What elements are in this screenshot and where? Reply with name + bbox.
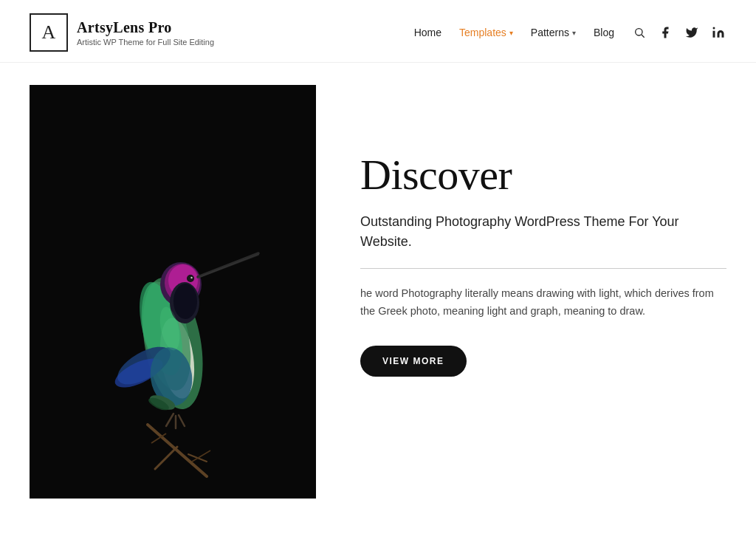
svg-point-26 (173, 284, 197, 319)
nav-home[interactable]: Home (414, 27, 441, 38)
logo-icon: A (30, 13, 68, 52)
svg-point-0 (636, 29, 642, 35)
search-icon (633, 27, 645, 38)
main-nav: Home Templates ▾ Patterns ▾ Blog (414, 24, 726, 41)
hero-divider (360, 268, 726, 269)
hero-image-bg (30, 85, 316, 499)
site-title: ArtsyLens Pro (77, 19, 214, 36)
social-icons (632, 24, 726, 41)
view-more-button[interactable]: VIEW MORE (360, 346, 467, 377)
svg-point-3 (713, 27, 715, 30)
nav-templates[interactable]: Templates ▾ (459, 27, 513, 38)
logo-text: ArtsyLens Pro Artistic WP Theme for Full… (77, 19, 214, 47)
svg-rect-2 (713, 31, 715, 38)
hummingbird-svg (30, 85, 316, 499)
hero-content: Discover Outstanding Photography WordPre… (360, 85, 726, 377)
svg-line-1 (642, 35, 645, 38)
hero-description: he word Photography literally means draw… (360, 285, 726, 321)
templates-arrow-icon: ▾ (509, 29, 513, 37)
patterns-arrow-icon: ▾ (572, 29, 576, 37)
logo-area: A ArtsyLens Pro Artistic WP Theme for Fu… (30, 13, 214, 52)
facebook-button[interactable] (657, 24, 673, 41)
twitter-button[interactable] (684, 24, 700, 41)
search-button[interactable] (632, 25, 647, 40)
site-subtitle: Artistic WP Theme for Full Site Editing (77, 38, 214, 47)
twitter-icon (685, 26, 698, 39)
site-header: A ArtsyLens Pro Artistic WP Theme for Fu… (0, 0, 756, 63)
linkedin-icon (712, 26, 725, 39)
nav-patterns[interactable]: Patterns ▾ (531, 27, 576, 38)
svg-point-22 (190, 277, 192, 278)
hero-title: Discover (360, 151, 726, 199)
nav-blog[interactable]: Blog (594, 27, 614, 38)
main-content: Discover Outstanding Photography WordPre… (0, 63, 756, 528)
svg-point-21 (188, 275, 193, 281)
hero-subtitle: Outstanding Photography WordPress Theme … (360, 212, 726, 252)
hero-image (30, 85, 316, 499)
facebook-icon (659, 26, 672, 39)
linkedin-button[interactable] (710, 24, 726, 41)
